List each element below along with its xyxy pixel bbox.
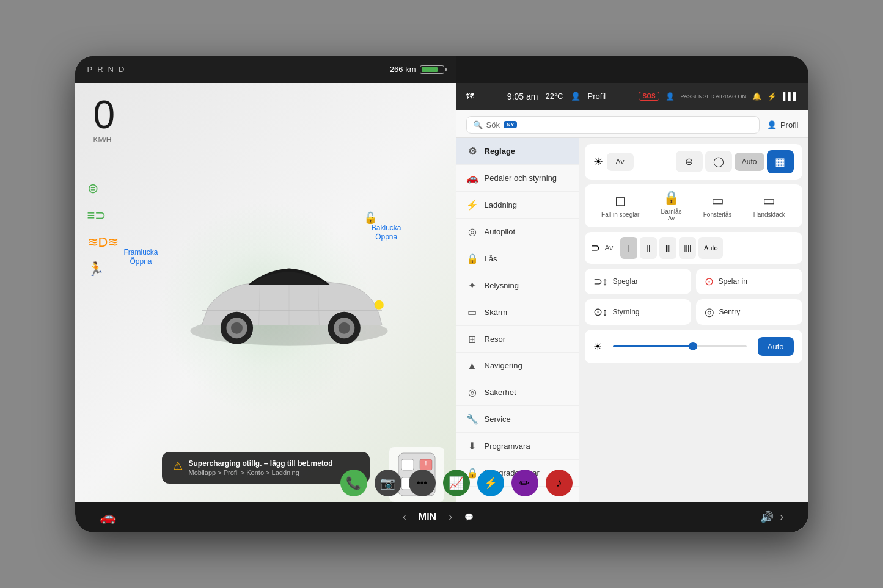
belysning-icon: ✦ bbox=[466, 280, 478, 291]
gear-n[interactable]: N bbox=[108, 65, 114, 74]
skarm-label: Skärm bbox=[485, 308, 508, 317]
mirrors-recording-row: ⊃↕ Speglar ⊙ Spelar in bbox=[585, 269, 802, 294]
windowlock-label: Fönsterlås bbox=[703, 211, 732, 218]
childlock-btn[interactable]: 🔒 BarnlåsAv bbox=[661, 190, 682, 222]
search-placeholder: Sök bbox=[486, 120, 500, 129]
sport-icon[interactable]: ≋D≋ bbox=[87, 234, 119, 250]
fold-mirrors-btn[interactable]: ◻ Fäll in speglar bbox=[601, 193, 639, 218]
menu-item-belysning[interactable]: ✦ Belysning bbox=[456, 272, 579, 299]
recording-card[interactable]: ⊙ Spelar in bbox=[696, 269, 802, 294]
bluetooth-app[interactable]: ⚡ bbox=[477, 470, 504, 496]
menu-item-programvara[interactable]: ⬇ Programvara bbox=[456, 433, 579, 460]
fog-icon[interactable]: ≡⊃ bbox=[87, 208, 119, 223]
laddning-icon: ⚡ bbox=[466, 199, 478, 211]
mirrors-card[interactable]: ⊃↕ Speglar bbox=[585, 269, 691, 294]
autopilot-label: Autopilot bbox=[485, 227, 516, 236]
reglage-label: Reglage bbox=[485, 147, 516, 156]
glovebox-btn[interactable]: ▭ Handskfack bbox=[753, 193, 785, 218]
screen-inner: P R N D 266 km 0 KM/H bbox=[75, 56, 808, 532]
pedaler-label: Pedaler och styrning bbox=[485, 173, 557, 183]
profile-topbar[interactable]: Profil bbox=[588, 92, 606, 101]
menu-item-resor[interactable]: ⊞ Resor bbox=[456, 326, 579, 353]
display-icon1[interactable]: ⊜ bbox=[676, 151, 703, 172]
min-label: MIN bbox=[419, 512, 436, 523]
screen-wrapper: P R N D 266 km 0 KM/H bbox=[75, 56, 808, 532]
windowlock-btn[interactable]: ▭ Fönsterlås bbox=[703, 193, 732, 218]
mirrors-card-icon: ⊃↕ bbox=[593, 275, 608, 288]
sentry-card-icon: ◎ bbox=[705, 305, 714, 319]
headlight-icon[interactable]: ⊜ bbox=[87, 181, 119, 197]
blue-display-btn[interactable]: ▦ bbox=[767, 150, 794, 173]
signal-icon: ▌▌▌ bbox=[783, 92, 799, 101]
profile-link[interactable]: 👤 Profil bbox=[767, 120, 799, 129]
sos-badge[interactable]: SOS bbox=[639, 92, 659, 101]
wiper-icon: ⊃ bbox=[591, 241, 600, 255]
programvara-label: Programvara bbox=[485, 441, 530, 451]
las-icon: 🔒 bbox=[466, 253, 478, 264]
wiper-step-2[interactable]: ||| bbox=[659, 237, 676, 259]
service-label: Service bbox=[485, 415, 511, 424]
bell-icon[interactable]: 🔔 bbox=[752, 92, 761, 101]
menu-app[interactable]: ••• bbox=[409, 470, 436, 496]
search-box[interactable]: 🔍 Sök NY bbox=[466, 116, 760, 134]
phone-app[interactable]: 📞 bbox=[340, 470, 367, 496]
recording-card-icon: ⊙ bbox=[705, 275, 714, 288]
menu-item-navigering[interactable]: ▲ Navigering bbox=[456, 353, 579, 379]
search-icon: 🔍 bbox=[473, 120, 483, 129]
wiper-step-3[interactable]: |||| bbox=[679, 237, 696, 259]
car-nav-icon[interactable]: 🚗 bbox=[100, 509, 116, 525]
menu-item-sakerhet[interactable]: ◎ Säkerhet bbox=[456, 379, 579, 406]
range-value: 266 km bbox=[390, 65, 416, 74]
gear-d[interactable]: D bbox=[119, 65, 124, 74]
left-icons: ⊜ ≡⊃ ≋D≋ 🏃 bbox=[87, 181, 119, 277]
camera-app[interactable]: 📷 bbox=[375, 470, 401, 496]
front-trunk-label[interactable]: Framlucka Öppna bbox=[124, 248, 158, 267]
sentry-card[interactable]: ◎ Sentry bbox=[696, 299, 802, 325]
bluetooth-icon[interactable]: ⚡ bbox=[768, 92, 777, 101]
chart-app[interactable]: 📈 bbox=[443, 470, 470, 496]
steering-card[interactable]: ⊙↕ Styrning bbox=[585, 299, 691, 325]
search-area: 🔍 Sök NY 👤 Profil bbox=[456, 110, 808, 138]
brightness-slider[interactable] bbox=[613, 345, 747, 347]
brightness-off-btn[interactable]: Av bbox=[607, 153, 634, 171]
resor-label: Resor bbox=[485, 335, 506, 344]
seatbelt-icon[interactable]: 🏃 bbox=[87, 261, 119, 277]
rear-trunk-label[interactable]: Baklucka Öppna bbox=[372, 223, 401, 242]
airbag-label: PASSENGER AIRBAG ON bbox=[681, 93, 746, 100]
bottom-nav-right: 🔊 › bbox=[760, 510, 783, 524]
topbar-right: SOS 👤 PASSENGER AIRBAG ON 🔔 ⚡ ▌▌▌ bbox=[639, 92, 798, 101]
display-icon2[interactable]: ◯ bbox=[705, 151, 732, 172]
lock-icon[interactable]: 🔓 bbox=[364, 211, 377, 225]
fold-mirrors-icon: ◻ bbox=[615, 193, 626, 209]
edit-app[interactable]: ✏ bbox=[511, 470, 538, 496]
menu-item-pedaler[interactable]: 🚗 Pedaler och styrning bbox=[456, 165, 579, 192]
gear-p[interactable]: P bbox=[87, 65, 93, 74]
menu-item-autopilot[interactable]: ◎ Autopilot bbox=[456, 219, 579, 245]
menu-item-service[interactable]: 🔧 Service bbox=[456, 406, 579, 433]
gear-r[interactable]: R bbox=[97, 65, 103, 74]
wiper-step-1[interactable]: || bbox=[640, 237, 657, 259]
map-icon: 🗺 bbox=[466, 92, 474, 101]
status-bar-left: P R N D bbox=[87, 65, 125, 74]
slider-thumb[interactable] bbox=[689, 342, 697, 350]
menu-item-reglage[interactable]: ⚙ Reglage bbox=[456, 138, 579, 165]
arrow-left-btn[interactable]: ‹ bbox=[403, 510, 406, 523]
wiper-step-0[interactable]: | bbox=[620, 237, 637, 259]
volume-icon[interactable]: 🔊 bbox=[760, 510, 774, 524]
mirrors-card-label: Speglar bbox=[613, 277, 638, 286]
nav-arrow-right[interactable]: › bbox=[780, 510, 783, 523]
auto-button[interactable]: Auto bbox=[758, 337, 794, 356]
wiper-step-auto[interactable]: Auto bbox=[698, 237, 723, 259]
display-btn-group: ⊜ ◯ auto ▦ bbox=[676, 150, 794, 173]
menu-item-las[interactable]: 🔒 Lås bbox=[456, 245, 579, 272]
brightness-slider-icon: ☀ bbox=[593, 341, 602, 352]
sakerhet-label: Säkerhet bbox=[485, 388, 516, 397]
menu-item-skarm[interactable]: ▭ Skärm bbox=[456, 299, 579, 326]
auto-btn[interactable]: auto bbox=[735, 153, 764, 171]
svg-point-3 bbox=[231, 322, 243, 333]
arrow-right-btn[interactable]: › bbox=[449, 510, 452, 523]
profile-link-label: Profil bbox=[780, 120, 799, 129]
menu-item-laddning[interactable]: ⚡ Laddning bbox=[456, 192, 579, 219]
music-app[interactable]: ♪ bbox=[546, 470, 573, 496]
topbar-left: 🗺 bbox=[466, 92, 474, 101]
